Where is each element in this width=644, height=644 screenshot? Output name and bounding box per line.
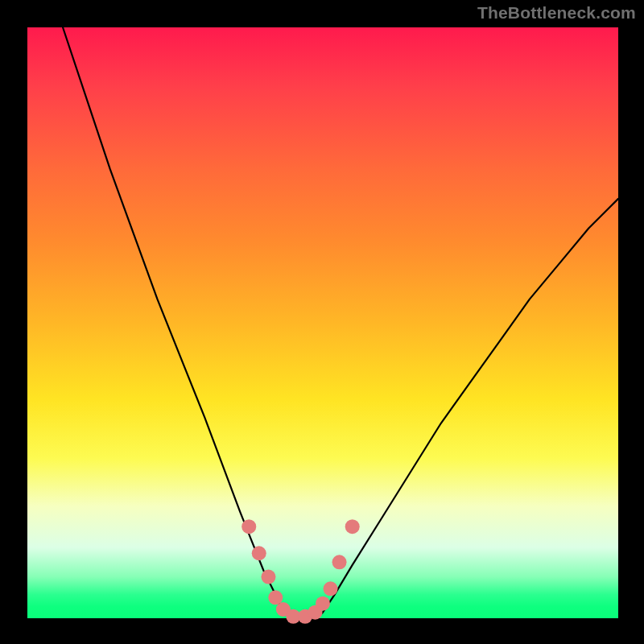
- bottleneck-curve: [63, 27, 618, 618]
- highlight-dot: [345, 519, 360, 534]
- highlight-dot: [261, 570, 275, 584]
- chart-frame: TheBottleneck.com: [0, 0, 644, 644]
- plot-area: [27, 27, 618, 618]
- highlight-dot: [324, 581, 338, 596]
- highlight-dot: [252, 546, 266, 560]
- highlight-dot: [242, 519, 256, 534]
- highlight-dot: [316, 597, 330, 611]
- highlight-dot: [332, 555, 347, 569]
- chart-svg: [27, 27, 618, 618]
- highlight-dots: [242, 519, 359, 624]
- watermark-text: TheBottleneck.com: [477, 3, 636, 23]
